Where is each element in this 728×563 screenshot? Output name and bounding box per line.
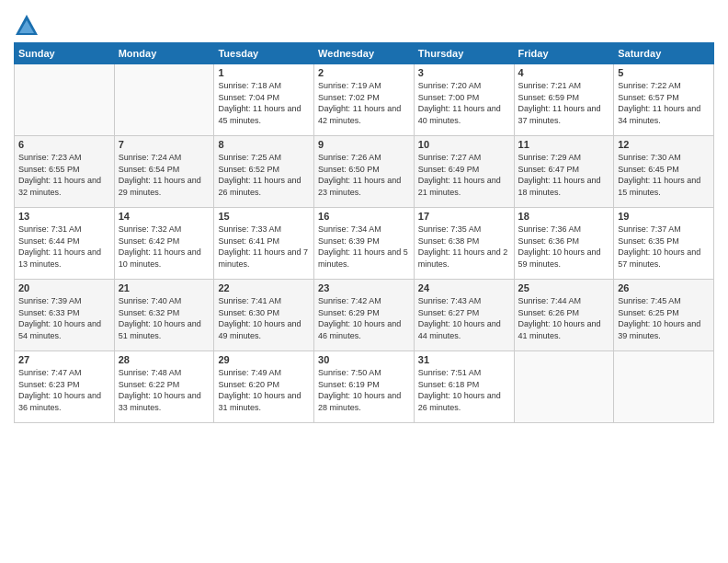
calendar-cell: 4Sunrise: 7:21 AM Sunset: 6:59 PM Daylig… [514,64,614,136]
calendar-cell [15,64,115,136]
calendar-cell: 5Sunrise: 7:22 AM Sunset: 6:57 PM Daylig… [614,64,714,136]
day-number: 5 [618,67,710,78]
calendar-cell: 31Sunrise: 7:51 AM Sunset: 6:18 PM Dayli… [414,351,514,423]
calendar-cell: 3Sunrise: 7:20 AM Sunset: 7:00 PM Daylig… [414,64,514,136]
day-number: 12 [618,139,710,150]
day-number: 13 [18,211,110,222]
day-info: Sunrise: 7:21 AM Sunset: 6:59 PM Dayligh… [518,80,610,126]
day-number: 10 [418,139,510,150]
day-info: Sunrise: 7:27 AM Sunset: 6:49 PM Dayligh… [418,152,510,198]
weekday-header-wednesday: Wednesday [314,43,415,64]
day-number: 23 [318,282,410,293]
day-number: 8 [218,139,310,150]
day-number: 31 [418,354,510,365]
day-number: 9 [318,139,410,150]
day-info: Sunrise: 7:37 AM Sunset: 6:35 PM Dayligh… [618,224,710,270]
day-info: Sunrise: 7:23 AM Sunset: 6:55 PM Dayligh… [18,152,110,198]
calendar-cell: 26Sunrise: 7:45 AM Sunset: 6:25 PM Dayli… [614,280,714,351]
logo [14,13,43,39]
day-number: 3 [418,67,510,78]
calendar-cell: 20Sunrise: 7:39 AM Sunset: 6:33 PM Dayli… [15,280,115,351]
day-number: 20 [18,282,110,293]
weekday-header-monday: Monday [114,43,214,64]
calendar-cell [114,64,214,136]
weekday-header-sunday: Sunday [15,43,115,64]
day-info: Sunrise: 7:29 AM Sunset: 6:47 PM Dayligh… [518,152,610,198]
day-number: 11 [518,139,610,150]
day-info: Sunrise: 7:50 AM Sunset: 6:19 PM Dayligh… [318,367,410,413]
calendar-cell: 17Sunrise: 7:35 AM Sunset: 6:38 PM Dayli… [414,208,514,280]
day-number: 19 [618,211,710,222]
day-info: Sunrise: 7:44 AM Sunset: 6:26 PM Dayligh… [518,295,610,341]
weekday-header-tuesday: Tuesday [214,43,314,64]
day-info: Sunrise: 7:26 AM Sunset: 6:50 PM Dayligh… [318,152,410,198]
calendar-cell: 29Sunrise: 7:49 AM Sunset: 6:20 PM Dayli… [214,351,314,423]
day-number: 24 [418,282,510,293]
header [14,9,714,39]
weekday-header-saturday: Saturday [614,43,714,64]
day-number: 30 [318,354,410,365]
day-number: 16 [318,211,410,222]
calendar-cell [614,351,714,423]
day-info: Sunrise: 7:41 AM Sunset: 6:30 PM Dayligh… [218,295,310,341]
calendar-cell: 15Sunrise: 7:33 AM Sunset: 6:41 PM Dayli… [214,208,314,280]
calendar-table: SundayMondayTuesdayWednesdayThursdayFrid… [14,42,714,423]
day-info: Sunrise: 7:49 AM Sunset: 6:20 PM Dayligh… [218,367,310,413]
day-number: 15 [218,211,310,222]
day-info: Sunrise: 7:22 AM Sunset: 6:57 PM Dayligh… [618,80,710,126]
calendar-cell: 21Sunrise: 7:40 AM Sunset: 6:32 PM Dayli… [114,280,214,351]
day-info: Sunrise: 7:34 AM Sunset: 6:39 PM Dayligh… [318,224,410,270]
day-number: 28 [119,354,210,365]
day-number: 7 [119,139,210,150]
calendar-cell: 24Sunrise: 7:43 AM Sunset: 6:27 PM Dayli… [414,280,514,351]
calendar-cell: 27Sunrise: 7:47 AM Sunset: 6:23 PM Dayli… [15,351,115,423]
day-info: Sunrise: 7:20 AM Sunset: 7:00 PM Dayligh… [418,80,510,126]
calendar-cell: 9Sunrise: 7:26 AM Sunset: 6:50 PM Daylig… [314,136,415,208]
day-info: Sunrise: 7:39 AM Sunset: 6:33 PM Dayligh… [18,295,110,341]
calendar-cell: 16Sunrise: 7:34 AM Sunset: 6:39 PM Dayli… [314,208,415,280]
calendar-cell: 25Sunrise: 7:44 AM Sunset: 6:26 PM Dayli… [514,280,614,351]
week-row-4: 20Sunrise: 7:39 AM Sunset: 6:33 PM Dayli… [15,280,714,351]
day-number: 21 [119,282,210,293]
day-info: Sunrise: 7:43 AM Sunset: 6:27 PM Dayligh… [418,295,510,341]
day-number: 25 [518,282,610,293]
day-info: Sunrise: 7:24 AM Sunset: 6:54 PM Dayligh… [119,152,210,198]
weekday-header-thursday: Thursday [414,43,514,64]
day-number: 29 [218,354,310,365]
day-number: 17 [418,211,510,222]
day-info: Sunrise: 7:18 AM Sunset: 7:04 PM Dayligh… [218,80,310,126]
day-number: 18 [518,211,610,222]
calendar-cell: 8Sunrise: 7:25 AM Sunset: 6:52 PM Daylig… [214,136,314,208]
calendar-cell: 18Sunrise: 7:36 AM Sunset: 6:36 PM Dayli… [514,208,614,280]
day-info: Sunrise: 7:45 AM Sunset: 6:25 PM Dayligh… [618,295,710,341]
calendar-cell: 13Sunrise: 7:31 AM Sunset: 6:44 PM Dayli… [15,208,115,280]
day-info: Sunrise: 7:48 AM Sunset: 6:22 PM Dayligh… [119,367,210,413]
calendar-cell: 10Sunrise: 7:27 AM Sunset: 6:49 PM Dayli… [414,136,514,208]
day-number: 14 [119,211,210,222]
week-row-3: 13Sunrise: 7:31 AM Sunset: 6:44 PM Dayli… [15,208,714,280]
day-info: Sunrise: 7:40 AM Sunset: 6:32 PM Dayligh… [119,295,210,341]
day-info: Sunrise: 7:30 AM Sunset: 6:45 PM Dayligh… [618,152,710,198]
calendar-cell: 22Sunrise: 7:41 AM Sunset: 6:30 PM Dayli… [214,280,314,351]
day-info: Sunrise: 7:32 AM Sunset: 6:42 PM Dayligh… [119,224,210,270]
day-info: Sunrise: 7:36 AM Sunset: 6:36 PM Dayligh… [518,224,610,270]
calendar-cell: 30Sunrise: 7:50 AM Sunset: 6:19 PM Dayli… [314,351,415,423]
day-number: 26 [618,282,710,293]
weekday-header-row: SundayMondayTuesdayWednesdayThursdayFrid… [15,43,714,64]
week-row-1: 1Sunrise: 7:18 AM Sunset: 7:04 PM Daylig… [15,64,714,136]
calendar-cell: 14Sunrise: 7:32 AM Sunset: 6:42 PM Dayli… [114,208,214,280]
page: SundayMondayTuesdayWednesdayThursdayFrid… [0,0,728,432]
day-info: Sunrise: 7:35 AM Sunset: 6:38 PM Dayligh… [418,224,510,270]
calendar-cell: 2Sunrise: 7:19 AM Sunset: 7:02 PM Daylig… [314,64,415,136]
day-number: 2 [318,67,410,78]
calendar-cell: 1Sunrise: 7:18 AM Sunset: 7:04 PM Daylig… [214,64,314,136]
week-row-5: 27Sunrise: 7:47 AM Sunset: 6:23 PM Dayli… [15,351,714,423]
calendar-cell: 23Sunrise: 7:42 AM Sunset: 6:29 PM Dayli… [314,280,415,351]
calendar-cell [514,351,614,423]
logo-icon [14,13,40,39]
calendar-cell: 19Sunrise: 7:37 AM Sunset: 6:35 PM Dayli… [614,208,714,280]
day-info: Sunrise: 7:25 AM Sunset: 6:52 PM Dayligh… [218,152,310,198]
day-number: 4 [518,67,610,78]
day-info: Sunrise: 7:42 AM Sunset: 6:29 PM Dayligh… [318,295,410,341]
day-number: 6 [18,139,110,150]
